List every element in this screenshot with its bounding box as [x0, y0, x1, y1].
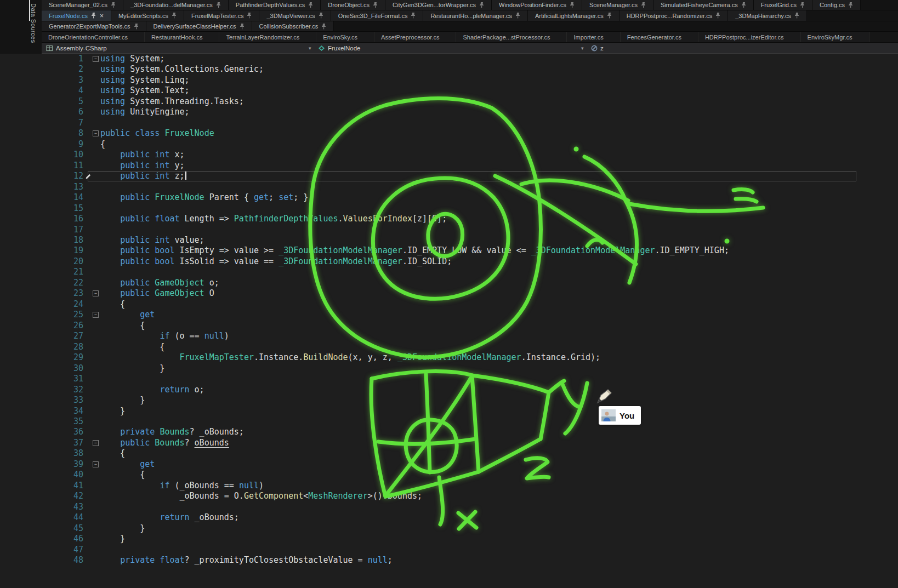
line-number[interactable]: 19 — [0, 246, 83, 256]
code-line[interactable]: 40 { — [0, 470, 898, 480]
pin-icon[interactable] — [247, 13, 252, 19]
line-number[interactable]: 39 — [0, 459, 83, 470]
code-line[interactable]: 7 — [0, 118, 898, 128]
line-number[interactable]: 28 — [0, 342, 83, 352]
line-number[interactable]: 25 — [0, 310, 83, 320]
code-line[interactable]: 39− get — [0, 459, 898, 470]
line-number[interactable]: 4 — [0, 85, 83, 96]
line-number[interactable]: 22 — [0, 278, 83, 288]
editor-tab[interactable]: FruxelMapTester.cs — [184, 10, 259, 21]
fold-marker[interactable]: − — [93, 461, 99, 467]
line-number[interactable]: 20 — [0, 256, 83, 267]
line-number[interactable]: 48 — [0, 555, 83, 566]
line-number[interactable]: 13 — [0, 182, 83, 192]
line-number[interactable]: 34 — [0, 406, 83, 416]
line-number[interactable]: 7 — [0, 118, 83, 128]
editor-tab[interactable]: PathfinderDepthValues.cs — [229, 0, 321, 10]
editor-tab[interactable]: HDRPPostproc...Randomizer.cs — [619, 10, 729, 21]
editor-tab[interactable]: CityGen3DGen...torWrapper.cs — [385, 0, 492, 10]
pin-icon[interactable] — [321, 24, 326, 30]
line-number[interactable]: 41 — [0, 481, 83, 491]
line-number[interactable]: 46 — [0, 534, 83, 544]
code-line[interactable]: 27 if (o == null) — [0, 331, 898, 341]
line-number[interactable]: 43 — [0, 502, 83, 512]
code-line[interactable]: 47 — [0, 545, 898, 555]
line-number[interactable]: 35 — [0, 416, 83, 427]
code-line[interactable]: 22 public GameObject o; — [0, 278, 898, 288]
pin-icon[interactable] — [319, 13, 323, 19]
editor-tab[interactable]: FruxelGrid.cs — [754, 0, 812, 10]
member-dropdown[interactable]: z — [591, 43, 604, 54]
close-icon[interactable]: × — [100, 13, 104, 19]
pin-icon[interactable] — [91, 13, 96, 19]
editor-tab[interactable]: EnviroSky.cs — [316, 32, 374, 42]
line-number[interactable]: 15 — [0, 203, 83, 214]
fold-marker[interactable]: − — [93, 56, 99, 62]
code-line[interactable]: 46 } — [0, 534, 898, 544]
editor-tab[interactable]: SceneManager_02.cs — [42, 0, 123, 10]
code-line[interactable]: 24 { — [0, 299, 898, 310]
code-line[interactable]: 44 return _oBounds; — [0, 512, 898, 523]
editor-tab[interactable]: ShaderPackage...stProcessor.cs — [456, 32, 567, 42]
fold-marker[interactable]: − — [93, 290, 99, 296]
pin-icon[interactable] — [411, 13, 416, 19]
code-line[interactable]: 3using System.Linq; — [0, 75, 898, 85]
code-line[interactable]: 35 — [0, 416, 898, 427]
line-number[interactable]: 45 — [0, 523, 83, 534]
line-number[interactable]: 38 — [0, 448, 83, 459]
code-line[interactable]: 6using UnityEngine; — [0, 107, 898, 117]
editor-tab[interactable]: AssetPreprocessor.cs — [374, 32, 456, 42]
code-line[interactable]: 25− get — [0, 310, 898, 320]
code-line[interactable]: 10 public int x; — [0, 150, 898, 160]
line-number[interactable]: 47 — [0, 545, 83, 555]
code-line[interactable]: 12 public int z; — [0, 171, 898, 181]
line-number[interactable]: 42 — [0, 491, 83, 501]
pin-icon[interactable] — [800, 2, 805, 8]
editor-tab[interactable]: OneSec3D_FileFormat.cs — [331, 10, 424, 21]
code-line[interactable]: 36 private Bounds? _oBounds; — [0, 427, 898, 437]
pin-icon[interactable] — [741, 2, 746, 8]
code-line[interactable]: 28 { — [0, 342, 898, 352]
line-number[interactable]: 1 — [0, 54, 83, 64]
editor-tab[interactable]: FruxelNode.cs× — [42, 10, 111, 21]
code-line[interactable]: 31 — [0, 374, 898, 384]
editor-tab[interactable]: MyEditorScripts.cs — [111, 10, 184, 21]
line-number[interactable]: 33 — [0, 395, 83, 406]
pin-icon[interactable] — [308, 2, 313, 8]
code-line[interactable]: 13 — [0, 182, 898, 192]
line-number[interactable]: 8 — [0, 128, 83, 139]
line-number[interactable]: 6 — [0, 107, 83, 117]
pin-icon[interactable] — [111, 2, 116, 8]
editor-tab[interactable]: DroneObject.cs — [321, 0, 385, 10]
code-line[interactable]: 15 — [0, 203, 898, 214]
editor-tab[interactable]: SceneManager.cs — [582, 0, 653, 10]
code-line[interactable]: 8−public class FruxelNode — [0, 128, 898, 139]
pin-icon[interactable] — [715, 13, 720, 19]
editor-tab[interactable]: EnviroSkyMgr.cs — [801, 32, 869, 42]
editor-tab[interactable]: ArtificialLightsManager.cs — [528, 10, 619, 21]
tool-tab-data-sources[interactable]: Data Sources — [30, 3, 37, 43]
line-number[interactable]: 18 — [0, 235, 83, 246]
chevron-down-icon[interactable]: ▾ — [309, 43, 311, 54]
editor-tab[interactable]: _3DMapHierarchy.cs — [728, 10, 807, 21]
line-number[interactable]: 10 — [0, 150, 83, 160]
line-number[interactable]: 30 — [0, 363, 83, 374]
pin-icon[interactable] — [641, 2, 646, 8]
line-number[interactable]: 29 — [0, 352, 83, 363]
fold-marker[interactable]: − — [93, 130, 99, 136]
line-number[interactable]: 37 — [0, 438, 83, 448]
editor-tab[interactable]: DroneOrientationController.cs — [42, 32, 145, 42]
code-line[interactable]: 5using System.Threading.Tasks; — [0, 96, 898, 107]
code-line[interactable]: 11 public int y; — [0, 161, 898, 171]
chevron-down-icon[interactable]: ▾ — [581, 43, 584, 54]
code-line[interactable]: 4using System.Text; — [0, 85, 898, 96]
editor-tab[interactable]: Config.cs — [812, 0, 861, 10]
code-line[interactable]: 33 } — [0, 395, 898, 406]
pin-icon[interactable] — [848, 2, 853, 8]
line-number[interactable]: 16 — [0, 214, 83, 224]
code-line[interactable]: 32 return o; — [0, 385, 898, 395]
type-dropdown[interactable]: FruxelNode — [318, 43, 360, 54]
code-line[interactable]: 18 public int value; — [0, 235, 898, 246]
code-line[interactable]: 41 if (_oBounds == null) — [0, 481, 898, 491]
pin-icon[interactable] — [570, 2, 575, 8]
